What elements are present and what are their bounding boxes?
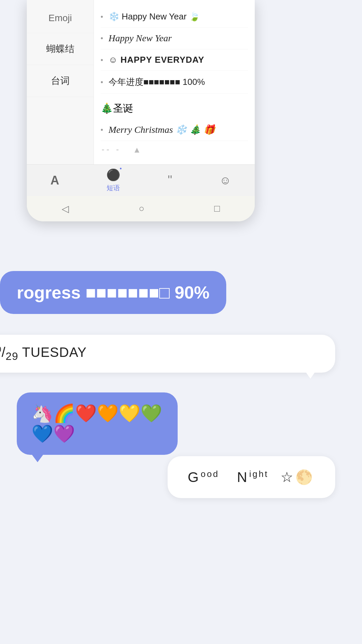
keyboard-toolbar: A ⚫ 短语 " ☺ xyxy=(27,164,255,196)
phrase-cursive-2: Merry Christmas ❄️ 🎄 🎁 xyxy=(109,124,215,135)
toolbar-emoji-btn[interactable]: ☺ xyxy=(213,170,238,190)
toolbar-quote-btn[interactable]: " xyxy=(161,170,179,191)
phrase-emoji-1: ❄️ Happy New Year 🍃 xyxy=(109,11,200,22)
phrase-bold-1: ☺ HAPPY EVERYDAY xyxy=(109,55,204,65)
phrase-progress-1: 今年进度■■■■■■■ 100% xyxy=(109,76,205,88)
phrase-item-2[interactable]: Happy New Year xyxy=(101,28,248,49)
phrase-item-fade: -- - ▲ xyxy=(101,141,248,158)
phrase-cursive-1: Happy New Year xyxy=(109,33,172,44)
phone-mockup: Emoji 蝴蝶结 台词 ❄️ Happy New Year 🍃 Happy N… xyxy=(27,0,255,221)
phrase-item-4[interactable]: 今年进度■■■■■■■ 100% xyxy=(101,71,248,94)
sidebar-item-script[interactable]: 台词 xyxy=(27,65,94,97)
toolbar-phrases-btn[interactable]: ⚫ 短语 xyxy=(100,165,127,196)
nav-home[interactable]: ○ xyxy=(139,203,144,214)
phrases-label: 短语 xyxy=(107,183,120,193)
nav-bar: ◁ ○ □ xyxy=(27,196,255,221)
emoji-icon: ☺ xyxy=(220,174,231,187)
phrase-content-area: ❄️ Happy New Year 🍃 Happy New Year ☺ HAP… xyxy=(94,0,255,164)
date-bubble: 10/29 TUESDAY xyxy=(0,335,335,373)
phrase-item-5[interactable]: Merry Christmas ❄️ 🎄 🎁 xyxy=(101,119,248,141)
christmas-header: 🎄圣诞 xyxy=(101,102,248,115)
phrases-icon: ⚫ xyxy=(106,168,120,181)
phrase-item-3[interactable]: ☺ HAPPY EVERYDAY xyxy=(101,49,248,71)
main-content-area: rogress ■■■■■■■□ 90% 10/29 TUESDAY 🦄🌈❤️🧡… xyxy=(0,221,362,644)
date-number: 10 xyxy=(0,345,2,354)
sidebar-item-emoji[interactable]: Emoji xyxy=(27,3,94,33)
sidebar-item-bow[interactable]: 蝴蝶结 xyxy=(27,33,94,65)
sidebar: Emoji 蝴蝶结 台词 xyxy=(27,0,94,164)
goodnight-text: Good Night ☆🌕 xyxy=(188,469,315,485)
day-number: 29 xyxy=(6,350,18,362)
quote-icon: " xyxy=(168,173,172,187)
nav-back[interactable]: ◁ xyxy=(62,203,69,214)
phrase-item-1[interactable]: ❄️ Happy New Year 🍃 xyxy=(101,6,248,28)
date-bubble-text: 10/29 TUESDAY xyxy=(0,345,87,360)
toolbar-font-btn[interactable]: A xyxy=(44,170,66,191)
goodnight-bubble: Good Night ☆🌕 xyxy=(168,456,335,498)
progress-bubble: rogress ■■■■■■■□ 90% xyxy=(0,271,226,314)
emoji-bubble-text: 🦄🌈❤️🧡💛💚💙💜 xyxy=(32,404,162,443)
font-icon: A xyxy=(50,173,59,187)
nav-recent[interactable]: □ xyxy=(214,203,220,214)
emoji-bubble: 🦄🌈❤️🧡💛💚💙💜 xyxy=(17,392,178,455)
progress-bubble-text: rogress ■■■■■■■□ 90% xyxy=(17,283,209,302)
